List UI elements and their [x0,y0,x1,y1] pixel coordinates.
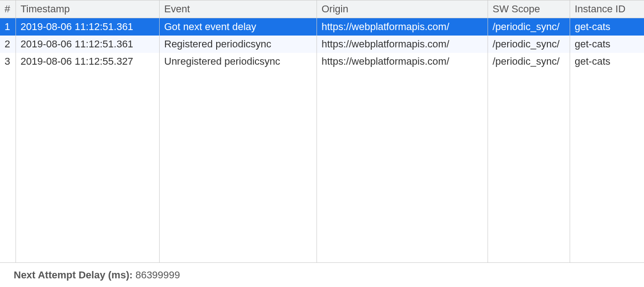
cell-number: 2 [0,36,16,53]
column-header-sw-scope[interactable]: SW Scope [488,0,570,18]
cell-instance-id: get-cats [570,18,644,36]
table-row[interactable]: 22019-08-06 11:12:51.361Registered perio… [0,36,644,53]
cell-origin: https://webplatformapis.com/ [317,36,488,53]
cell-sw-scope: /periodic_sync/ [488,36,570,53]
table-row[interactable]: 32019-08-06 11:12:55.327Unregistered per… [0,53,644,70]
column-header-origin[interactable]: Origin [317,0,488,18]
cell-event: Registered periodicsync [160,36,317,53]
table-header-row: # Timestamp Event Origin SW Scope Instan… [0,0,644,18]
cell-number: 3 [0,53,16,70]
cell-sw-scope: /periodic_sync/ [488,18,570,36]
cell-instance-id: get-cats [570,53,644,70]
cell-instance-id: get-cats [570,36,644,53]
event-log-table: # Timestamp Event Origin SW Scope Instan… [0,0,644,263]
next-attempt-delay-footer: Next Attempt Delay (ms): 86399999 [0,263,644,287]
cell-timestamp: 2019-08-06 11:12:51.361 [16,18,160,36]
cell-origin: https://webplatformapis.com/ [317,53,488,70]
table-empty-area [0,70,644,262]
cell-number: 1 [0,18,16,36]
next-attempt-delay-value: 86399999 [135,269,180,281]
column-header-instance-id[interactable]: Instance ID [570,0,644,18]
cell-event: Unregistered periodicsync [160,53,317,70]
cell-timestamp: 2019-08-06 11:12:51.361 [16,36,160,53]
cell-origin: https://webplatformapis.com/ [317,18,488,36]
column-header-timestamp[interactable]: Timestamp [16,0,160,18]
table-row[interactable]: 12019-08-06 11:12:51.361Got next event d… [0,18,644,36]
cell-sw-scope: /periodic_sync/ [488,53,570,70]
cell-event: Got next event delay [160,18,317,36]
next-attempt-delay-label: Next Attempt Delay (ms): [14,269,135,281]
column-header-event[interactable]: Event [160,0,317,18]
column-header-number[interactable]: # [0,0,16,18]
cell-timestamp: 2019-08-06 11:12:55.327 [16,53,160,70]
